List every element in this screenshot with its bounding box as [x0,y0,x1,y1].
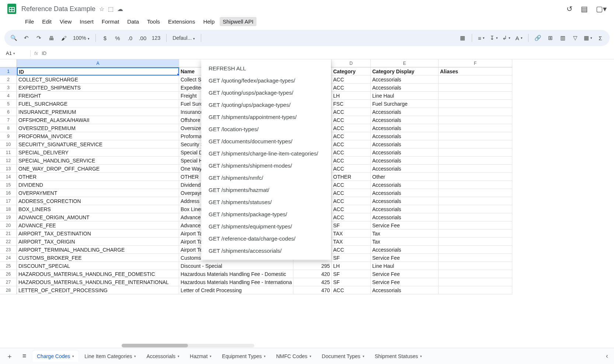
comments-icon[interactable]: ▤ [581,4,588,13]
cell[interactable] [439,278,512,286]
cell[interactable] [439,213,512,221]
cell[interactable]: ACC [332,84,371,92]
number-format[interactable]: 123 [150,35,163,41]
cell[interactable]: Accessorials [371,157,439,165]
header-cell[interactable]: Aliases [439,67,512,76]
row-header[interactable]: 20 [0,221,17,230]
document-title[interactable]: Reference Data Example [21,5,95,13]
column-header[interactable]: E [371,59,439,67]
cell[interactable]: CUSTOMS_BROKER_FEE [17,254,179,262]
cell[interactable] [439,116,512,124]
dropdown-item[interactable]: GET /shipments/charge-line-item-categori… [201,147,331,160]
paint-format-icon[interactable]: 🖌 [58,32,69,43]
cell[interactable]: COLLECT_SURCHARGE [17,76,179,84]
cell[interactable]: Accessorials [371,140,439,148]
cell[interactable]: Service Fee [371,254,439,262]
cell[interactable]: OTHER [17,173,179,181]
dropdown-item[interactable]: GET /shipments/shipment-modes/ [201,160,331,172]
cell[interactable]: Accessorials [371,246,439,254]
cell[interactable]: OVERSIZED_PREMIUM [17,124,179,132]
cell[interactable]: OTHER [332,173,371,181]
history-icon[interactable]: ↺ [566,4,573,13]
dropdown-item[interactable]: GET /shipments/statuses/ [201,196,331,208]
cell[interactable]: Letter of Credit Processing [179,286,293,294]
dropdown-item[interactable]: GET /quoting/ups/package-types/ [201,99,331,111]
cell[interactable]: Accessorials [371,108,439,116]
cell[interactable]: AIRPORT_TERMINAL_HANDLING_CHARGE [17,246,179,254]
cell[interactable]: LH [332,262,371,270]
cell[interactable]: ACC [332,205,371,213]
cell[interactable] [439,132,512,140]
cell[interactable]: TAX [332,230,371,238]
undo-icon[interactable]: ↶ [21,32,32,43]
row-header[interactable]: 2 [0,76,17,84]
menu-insert[interactable]: Insert [77,17,97,26]
cell[interactable]: BOX_LINERS [17,205,179,213]
cell[interactable]: ACC [332,157,371,165]
font-select[interactable]: Defaul... [170,35,197,41]
cell[interactable]: 295 [293,262,332,270]
name-box[interactable]: A1 [6,50,27,56]
cell[interactable] [439,197,512,205]
row-header[interactable]: 15 [0,181,17,189]
row-header[interactable]: 21 [0,230,17,238]
dropdown-item[interactable]: GET /quoting/usps/package-types/ [201,87,331,99]
cell[interactable]: Hazardous Materials Handling Fee - Inter… [179,278,293,286]
cell[interactable]: Accessorials [371,213,439,221]
cell[interactable]: SF [332,221,371,230]
row-header[interactable]: 6 [0,108,17,116]
cell[interactable]: SECURITY_SIGNATURE_SERVICE [17,140,179,148]
table-icon[interactable]: ▦ [582,32,593,43]
header-cell[interactable]: ID [17,67,179,76]
cell[interactable]: Accessorials [371,197,439,205]
dropdown-item[interactable]: GET /documents/document-types/ [201,135,331,147]
dropdown-item[interactable]: GET /shipments/equipment-types/ [201,220,331,232]
cell[interactable]: ADDRESS_CORRECTION [17,197,179,205]
menu-format[interactable]: Format [99,17,122,26]
row-header[interactable]: 23 [0,246,17,254]
cell[interactable]: FREIGHT [17,92,179,100]
cell[interactable]: Accessorials [371,116,439,124]
row-header[interactable]: 10 [0,140,17,148]
cell[interactable] [439,108,512,116]
cell[interactable]: ACC [332,148,371,157]
cell[interactable]: 425 [293,278,332,286]
row-header[interactable]: 1 [0,67,17,76]
cell[interactable]: Service Fee [371,278,439,286]
cell[interactable]: ACC [332,197,371,205]
cell[interactable]: Accessorials [371,76,439,84]
cell[interactable]: AIRPORT_TAX_ORIGIN [17,238,179,246]
cell[interactable]: ACC [332,286,371,294]
cell[interactable] [439,205,512,213]
row-header[interactable]: 3 [0,84,17,92]
row-header[interactable]: 27 [0,278,17,286]
horizontal-scrollbar[interactable] [122,344,254,347]
cell[interactable]: Accessorials [371,84,439,92]
percent-icon[interactable]: % [112,32,123,43]
redo-icon[interactable]: ↷ [33,32,44,43]
cloud-icon[interactable]: ☁ [117,6,123,13]
cell[interactable]: TAX [332,238,371,246]
row-header[interactable]: 7 [0,116,17,124]
menu-data[interactable]: Data [124,17,142,26]
cell[interactable]: Other [371,173,439,181]
star-icon[interactable]: ☆ [99,6,104,13]
dropdown-item[interactable]: GET /shipments/nmfc/ [201,172,331,184]
row-header[interactable]: 5 [0,100,17,108]
cell[interactable]: Service Fee [371,270,439,278]
cell[interactable]: ADVANCE_ORIGIN_AMOUNT [17,213,179,221]
cell[interactable]: DISCOUNT_SPECIAL [17,262,179,270]
cell[interactable] [439,76,512,84]
cell[interactable] [439,157,512,165]
row-header[interactable]: 16 [0,189,17,197]
menu-view[interactable]: View [57,17,74,26]
cell[interactable] [439,238,512,246]
cell[interactable]: Accessorials [371,124,439,132]
row-header[interactable]: 8 [0,124,17,132]
header-cell[interactable]: Category Display [371,67,439,76]
cell[interactable]: Tax [371,238,439,246]
cell[interactable]: LETTER_OF_CREDIT_PROCESSING [17,286,179,294]
filter-icon[interactable]: ▽ [570,32,581,43]
menu-edit[interactable]: Edit [39,17,55,26]
zoom-select[interactable]: 100% [71,35,92,41]
